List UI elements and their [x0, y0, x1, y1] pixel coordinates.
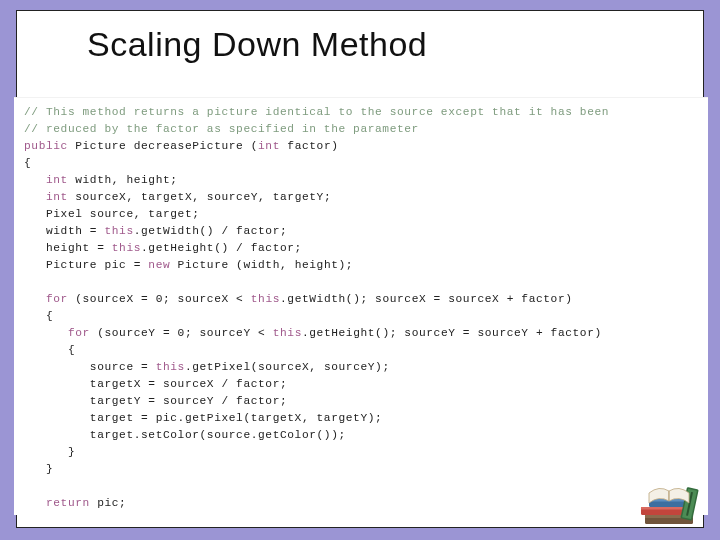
code-area: // This method returns a picture identic…	[14, 97, 708, 515]
svg-rect-3	[641, 507, 689, 510]
title-wrap: Scaling Down Method	[17, 11, 703, 80]
books-illustration-icon	[639, 471, 709, 531]
code-block: // This method returns a picture identic…	[24, 104, 698, 515]
slide-title: Scaling Down Method	[87, 25, 683, 64]
slide: Scaling Down Method // This method retur…	[16, 10, 704, 528]
